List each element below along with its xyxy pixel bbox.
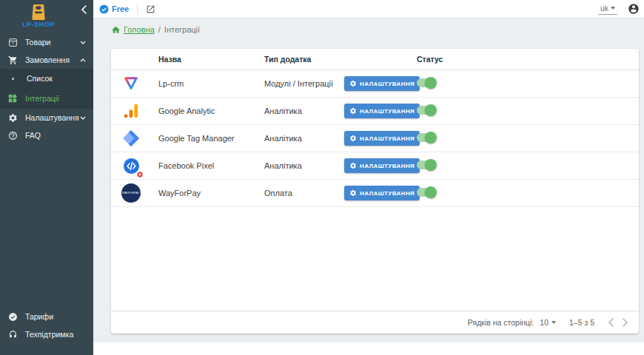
chevron-left-icon <box>81 5 87 14</box>
column-header-type: Тип додатка <box>264 55 344 64</box>
gear-icon <box>349 135 357 142</box>
bullet-dot-icon <box>12 78 14 80</box>
language-select[interactable]: uk <box>598 3 617 15</box>
integration-type: Оплата <box>264 189 344 197</box>
sidebar-bottom-menu: Тарифи Техпідтримка <box>0 308 93 355</box>
open-in-new-icon <box>146 4 155 14</box>
google-tag-manager-logo <box>119 126 143 150</box>
settings-button[interactable]: НАЛАШТУВАННЯ <box>344 131 420 146</box>
widgets-icon <box>7 93 18 104</box>
settings-button[interactable]: НАЛАШТУВАННЯ <box>344 186 420 200</box>
sidebar-item-list[interactable]: Список <box>0 69 93 88</box>
pagination: Рядків на сторінці: 10 1–5 з 5 <box>111 311 639 334</box>
chevron-left-icon <box>608 318 614 327</box>
brand-name: LP-SHOP <box>22 21 55 28</box>
column-header-status: Статус <box>417 55 639 64</box>
status-toggle[interactable] <box>417 106 436 115</box>
breadcrumb-home-link[interactable]: Головна <box>111 25 155 35</box>
shopping-bag-icon <box>31 4 46 20</box>
help-icon <box>7 131 18 141</box>
sidebar-collapse-button[interactable] <box>81 5 87 14</box>
prev-page-button[interactable] <box>603 315 618 330</box>
lp-crm-logo <box>119 72 143 95</box>
integration-name: Facebook Pixel <box>158 161 264 170</box>
table-header: Назва Тип додатка Статус <box>111 49 639 70</box>
sidebar-item-label: Техпідтримка <box>25 330 73 339</box>
settings-button-label: НАЛАШТУВАННЯ <box>360 163 415 169</box>
table-row: WAYFORPAY WayForPay Оплата НАЛАШТУВАННЯ <box>111 180 639 207</box>
pagination-range: 1–5 з 5 <box>569 318 594 327</box>
breadcrumb: Головна / Інтеграції <box>93 18 644 41</box>
topbar: Free uk <box>93 0 644 18</box>
headset-icon <box>7 330 18 339</box>
sidebar-item-label: Інтеграції <box>25 94 59 103</box>
settings-button-label: НАЛАШТУВАННЯ <box>360 108 415 115</box>
settings-button[interactable]: НАЛАШТУВАННЯ <box>344 76 420 91</box>
settings-button[interactable]: НАЛАШТУВАННЯ <box>344 158 420 173</box>
integration-name: Google Tag Manager <box>158 134 264 143</box>
sidebar-item-label: Замовлення <box>25 55 70 64</box>
integration-name: WayForPay <box>158 189 264 197</box>
app-window: LP-SHOP Товари Замовлення <box>0 0 644 355</box>
open-in-new-button[interactable] <box>146 4 155 14</box>
breadcrumb-current: Інтеграції <box>164 25 200 34</box>
chevron-up-icon <box>80 58 86 62</box>
main-area: Free uk Головна / Інтеграції <box>93 0 644 355</box>
sidebar-item-tariffs[interactable]: Тарифи <box>0 308 93 325</box>
status-toggle[interactable] <box>417 78 436 87</box>
sidebar-item-integrations[interactable]: Інтеграції <box>0 88 93 109</box>
gear-icon <box>7 113 18 123</box>
status-toggle[interactable] <box>417 160 436 169</box>
column-header-name: Назва <box>158 55 264 64</box>
facebook-pixel-logo <box>119 154 143 178</box>
caret-down-icon <box>611 7 615 10</box>
sidebar-item-orders[interactable]: Замовлення <box>0 51 93 69</box>
settings-button[interactable]: НАЛАШТУВАННЯ <box>344 104 420 118</box>
sidebar-item-faq[interactable]: FAQ <box>0 126 93 144</box>
wayforpay-logo: WAYFORPAY <box>119 181 143 205</box>
cart-icon <box>7 55 18 65</box>
plan-label: Free <box>112 4 129 13</box>
red-gear-icon <box>136 171 144 178</box>
rows-per-page-label: Рядків на сторінці: <box>468 318 534 327</box>
sidebar-item-products[interactable]: Товари <box>0 33 93 51</box>
rows-per-page-select[interactable]: 10 <box>540 318 556 327</box>
next-page-button[interactable] <box>618 315 633 330</box>
sidebar-header: LP-SHOP <box>0 0 93 33</box>
chevron-down-icon <box>80 41 86 44</box>
integration-name: Google Analytic <box>158 106 264 115</box>
plan-badge[interactable]: Free <box>99 4 129 14</box>
account-circle-icon <box>628 3 640 15</box>
topbar-divider <box>137 4 138 15</box>
breadcrumb-home-label: Головна <box>124 25 155 34</box>
status-toggle[interactable] <box>417 188 436 197</box>
sidebar-item-label: Тарифи <box>25 312 53 321</box>
table-row: Lp-crm Модулі / Інтеграції НАЛАШТУВАННЯ <box>111 70 639 98</box>
chevron-down-icon <box>80 116 86 120</box>
brand-logo: LP-SHOP <box>0 4 77 28</box>
integration-name: Lp-crm <box>158 79 264 88</box>
sidebar-item-support[interactable]: Техпідтримка <box>0 325 93 343</box>
sidebar-item-label: FAQ <box>25 131 41 140</box>
gear-icon <box>349 107 357 115</box>
settings-button-label: НАЛАШТУВАННЯ <box>360 81 415 87</box>
account-button[interactable] <box>628 3 640 15</box>
sidebar-item-label: Список <box>27 74 53 83</box>
language-value: uk <box>600 4 608 13</box>
sidebar-item-settings[interactable]: Налаштування <box>0 109 93 126</box>
status-toggle[interactable] <box>417 133 436 142</box>
integration-type: Модулі / Інтеграції <box>264 79 344 88</box>
settings-button-label: НАЛАШТУВАННЯ <box>360 190 415 197</box>
settings-button-label: НАЛАШТУВАННЯ <box>360 135 415 142</box>
sidebar: LP-SHOP Товари Замовлення <box>0 0 93 355</box>
breadcrumb-separator: / <box>158 25 161 34</box>
integration-type: Аналітика <box>264 161 344 170</box>
rows-per-page-value: 10 <box>540 318 549 327</box>
caret-down-icon <box>551 321 556 324</box>
sidebar-item-label: Налаштування <box>25 113 79 122</box>
integrations-card: Назва Тип додатка Статус <box>111 49 639 334</box>
gear-icon <box>349 162 357 169</box>
integration-type: Аналітика <box>264 134 344 143</box>
gear-icon <box>349 80 357 87</box>
chevron-right-icon <box>623 318 628 327</box>
